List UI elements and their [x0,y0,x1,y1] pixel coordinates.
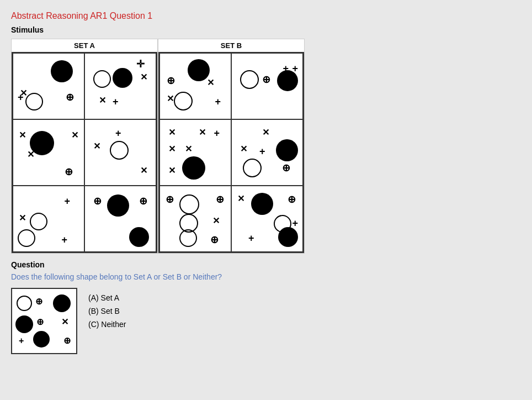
option-a[interactable]: (A) Set A [88,293,126,302]
set-a-wrapper: SET A ✕ + ⊕ ✛ ✕ ✕ + ✕ [12,39,157,253]
sets-container: SET A ✕ + ⊕ ✛ ✕ ✕ + ✕ [11,39,305,254]
set-a-cell-1-1: ✕ + ⊕ [13,53,84,119]
set-a-cell-3-1: + ✕ + [13,186,84,252]
set-a-cell-1-2: ✛ ✕ ✕ + [84,53,156,119]
question-text: Does the following shape belong to Set A… [11,272,521,281]
set-b-cell-2-2: ✕ ✕ + ⊕ [231,119,303,186]
set-b-cell-3-1: ⊕ ⊕ ✕ ⊕ [159,186,231,252]
page-title: Abstract Reasoning AR1 Question 1 [11,11,521,21]
set-a-cell-2-2: + ✕ ✕ [84,119,156,186]
options-list: (A) Set A (B) Set B (C) Neither [88,288,126,329]
set-b-label: SET B [158,39,304,52]
stimulus-label: Stimulus [11,25,521,34]
option-c[interactable]: (C) Neither [88,320,126,329]
set-b-wrapper: SET B ⊕ ✕ ✕ + + + ⊕ ✕ + [158,39,304,253]
answer-area: ⊕ ⊕ ✕ + ⊕ (A) Set A (B) Set B (C) Neithe… [11,288,521,354]
set-a-cell-3-2: ⊕ ⊕ [84,186,156,252]
set-b-cell-3-2: ✕ ⊕ + + [231,186,303,252]
set-b-cell-2-1: ✕ + ✕ ✕ ✕ ✕ [159,119,231,186]
stimulus-shape-cell: ⊕ ⊕ ✕ + ⊕ [11,288,77,354]
set-a-label: SET A [12,39,157,52]
set-b-cell-1-1: ⊕ ✕ ✕ + [159,53,231,119]
set-a-cell-2-1: ✕ ✕ ✕ ⊕ [13,119,84,186]
option-b[interactable]: (B) Set B [88,307,126,315]
set-b-grid: ⊕ ✕ ✕ + + + ⊕ ✕ + ✕ ✕ ✕ ✕ [158,52,304,253]
set-b-cell-1-2: + + ⊕ [231,53,303,119]
question-label: Question [11,260,521,269]
set-a-grid: ✕ + ⊕ ✛ ✕ ✕ + ✕ ✕ ✕ ⊕ [12,52,157,253]
